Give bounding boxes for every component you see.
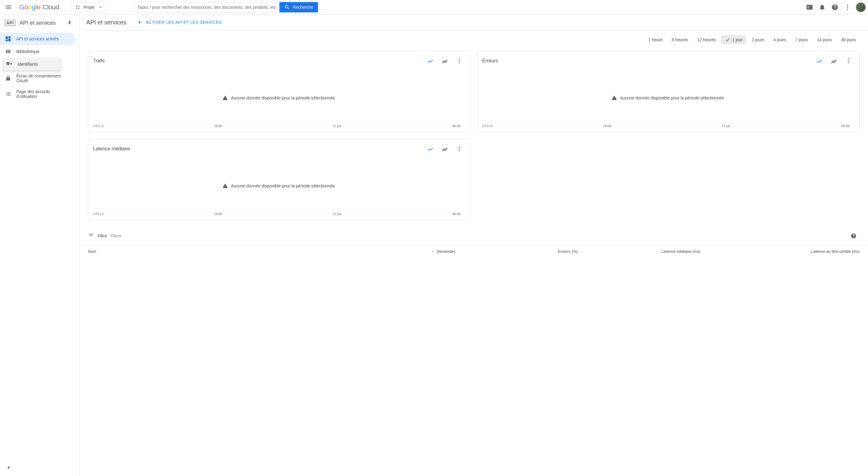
- chart-stacked-toggle[interactable]: [439, 143, 451, 155]
- time-chip-12h[interactable]: 12 heures: [693, 35, 719, 44]
- col-errors[interactable]: Erreurs (%): [456, 249, 578, 254]
- time-chip-7d[interactable]: 7 jours: [792, 35, 811, 44]
- time-chip-4d[interactable]: 4 jours: [770, 35, 789, 44]
- google-cloud-logo[interactable]: Google Cloud: [17, 3, 61, 11]
- axis-tick: 21 juil.: [721, 124, 731, 128]
- logo-google-word: Google: [19, 3, 41, 11]
- sidebar-product-title: API et services: [20, 20, 56, 26]
- nav-enabled-apis[interactable]: API et services activés: [0, 33, 76, 45]
- plus-icon: [136, 19, 143, 25]
- menu-icon: [5, 4, 12, 11]
- time-chip-30d[interactable]: 30 jours: [837, 35, 860, 44]
- enable-apis-button[interactable]: ACTIVER LES API ET LES SERVICES: [133, 18, 224, 27]
- no-data-text: Aucune donnée disponible pour la période…: [620, 95, 725, 100]
- api-logo-mark: API: [5, 20, 16, 26]
- svg-point-7: [459, 58, 460, 60]
- pin-button[interactable]: [65, 18, 74, 28]
- nav-credentials[interactable]: Identifiants: [3, 58, 61, 70]
- svg-point-3: [79, 8, 80, 9]
- stacked-chart-icon: [831, 58, 837, 64]
- consent-icon: [5, 75, 11, 82]
- time-chip-label: 12 heures: [697, 37, 716, 42]
- nav-item-label: Bibliothèque: [16, 49, 39, 54]
- warning-icon: [222, 183, 228, 189]
- col-label: Latence médiane (ms): [661, 249, 700, 254]
- filter-icon-wrap: [88, 232, 94, 240]
- x-axis: UTC+2 18:00 21 juil. 06:00: [93, 211, 465, 220]
- chart-stacked-toggle[interactable]: [439, 55, 451, 67]
- card-title: Latence médiane: [93, 146, 422, 152]
- time-chip-1d[interactable]: 1 jour: [721, 35, 746, 44]
- logo-cloud-word: Cloud: [42, 3, 59, 11]
- help-icon: [850, 233, 857, 239]
- terminal-icon: [806, 4, 813, 11]
- cloud-shell-button[interactable]: [804, 1, 815, 13]
- svg-point-0: [76, 5, 77, 6]
- axis-tick: UTC+2: [482, 124, 493, 128]
- filter-help-button[interactable]: [847, 230, 860, 242]
- warning-icon: [222, 95, 228, 101]
- svg-point-13: [459, 147, 460, 148]
- check-icon: [725, 37, 730, 42]
- table-header: Nom Demandes Erreurs (%) Latence médiane…: [80, 245, 868, 257]
- no-data-message: Aucune donnée disponible pour la période…: [222, 95, 336, 101]
- no-data-text: Aucune donnée disponible pour la période…: [231, 95, 336, 100]
- time-chip-label: 4 jours: [773, 37, 786, 42]
- svg-point-12: [848, 62, 849, 64]
- project-picker[interactable]: Projet: [71, 2, 107, 12]
- svg-point-15: [459, 150, 460, 152]
- card-overflow[interactable]: [453, 55, 465, 67]
- sidebar-header: API API et services: [0, 14, 79, 31]
- nav-item-label: Écran de consentement OAuth: [16, 73, 71, 83]
- chart-stacked-toggle[interactable]: [828, 55, 840, 67]
- axis-tick: 06:00: [452, 212, 461, 216]
- axis-tick: UTC+2: [93, 124, 104, 128]
- col-label: Erreurs (%): [558, 249, 578, 254]
- search-box[interactable]: Tapez / pour rechercher des ressources, …: [133, 2, 318, 13]
- chart-line-toggle[interactable]: [424, 143, 436, 155]
- col-requests[interactable]: Demandes: [333, 249, 456, 254]
- nav-item-label: Page des accords d'utilisation: [16, 89, 71, 99]
- sidebar-collapse-button[interactable]: [2, 462, 14, 474]
- line-chart-icon: [816, 58, 823, 64]
- card-overflow[interactable]: [842, 55, 855, 67]
- filter-label: Filtre: [98, 233, 107, 238]
- search-placeholder: Tapez / pour rechercher des ressources, …: [134, 5, 280, 10]
- chart-line-toggle[interactable]: [813, 55, 826, 67]
- notifications-button[interactable]: [816, 1, 828, 13]
- topbar: Google Cloud Projet Tapez / pour recherc…: [0, 0, 868, 14]
- bell-icon: [818, 4, 826, 11]
- help-button[interactable]: [829, 1, 841, 13]
- axis-tick: 18:00: [603, 124, 612, 128]
- filter-input[interactable]: Filtrer: [111, 233, 844, 238]
- key-icon: [6, 61, 13, 67]
- charts-grid: Trafic Aucune donnée disponible pour la …: [80, 44, 868, 227]
- nav-library[interactable]: Bibliothèque: [0, 45, 76, 58]
- time-chip-1h[interactable]: 1 heure: [645, 35, 666, 44]
- pin-icon: [67, 20, 72, 26]
- card-overflow[interactable]: [453, 143, 465, 155]
- col-latency-p95[interactable]: Latence au 95e centile (ms): [701, 249, 860, 254]
- account-avatar[interactable]: [856, 2, 866, 12]
- main-content: API et services ACTIVER LES API ET LES S…: [80, 14, 868, 476]
- time-chip-2d[interactable]: 2 jours: [748, 35, 768, 44]
- nav-oauth-consent[interactable]: Écran de consentement OAuth: [0, 70, 76, 86]
- svg-point-8: [459, 60, 460, 61]
- x-axis: UTC+2 18:00 21 juil. 06:00: [93, 123, 465, 132]
- col-latency-median[interactable]: Latence médiane (ms): [578, 249, 700, 254]
- hamburger-menu[interactable]: [2, 1, 14, 13]
- col-name[interactable]: Nom: [88, 249, 333, 254]
- page-title: API et services: [86, 19, 126, 26]
- search-icon: [284, 4, 290, 10]
- svg-point-6: [847, 9, 848, 10]
- time-chip-14d[interactable]: 14 jours: [813, 35, 835, 44]
- axis-tick: 21 juil.: [333, 124, 342, 128]
- overflow-button[interactable]: [841, 1, 854, 13]
- search-button[interactable]: Recherche: [279, 2, 318, 12]
- time-chip-6h[interactable]: 6 heures: [668, 35, 691, 44]
- card-title: Erreurs: [482, 58, 811, 64]
- time-chip-label: 2 jours: [752, 37, 764, 42]
- nav-agreements[interactable]: Page des accords d'utilisation: [0, 86, 76, 102]
- x-axis: UTC+2 18:00 21 juil. 06:00: [482, 123, 855, 132]
- chart-line-toggle[interactable]: [424, 55, 436, 67]
